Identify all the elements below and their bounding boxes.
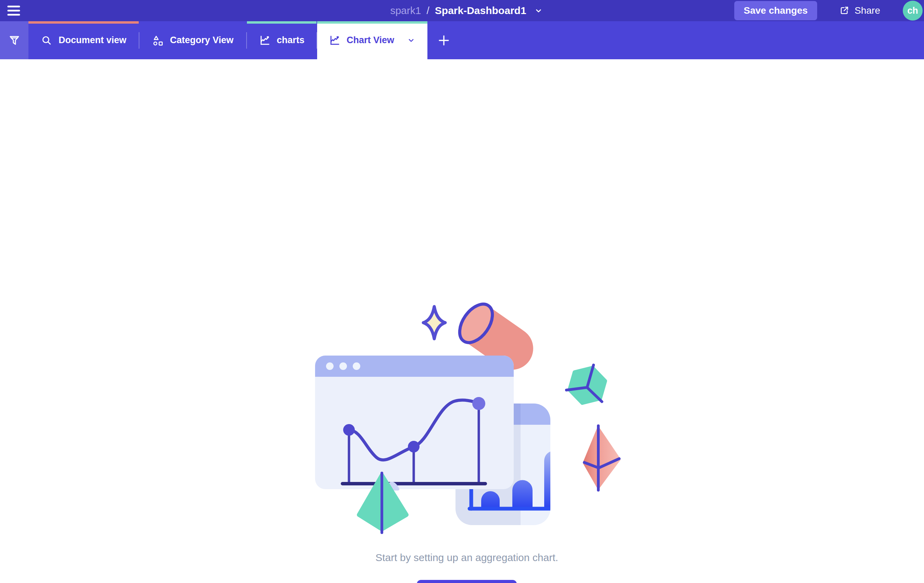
- shapes-icon: [152, 35, 164, 46]
- tab-accent-teal: [317, 21, 427, 24]
- search-icon: [41, 35, 53, 46]
- share-label: Share: [855, 5, 880, 16]
- share-button[interactable]: Share: [839, 5, 880, 16]
- tab-document-view[interactable]: Document view: [28, 21, 139, 59]
- top-bar: spark1 / Spark-Dashboard1 Save changes S…: [0, 0, 924, 21]
- breadcrumb-separator: /: [426, 5, 429, 17]
- cube-shape: [564, 360, 611, 408]
- breadcrumb-root[interactable]: spark1: [390, 5, 421, 17]
- tab-label: charts: [277, 35, 304, 46]
- filter-icon: [8, 34, 21, 46]
- charts-empty-state-illustration: [308, 292, 651, 539]
- tab-accent: [139, 21, 246, 24]
- tab-accent-red: [28, 21, 139, 24]
- view-tab-bar: Document view Category View charts Chart…: [0, 21, 924, 59]
- avatar-initials: ch: [907, 5, 918, 16]
- tab-charts[interactable]: charts: [247, 21, 317, 59]
- empty-state-caption: Start by setting up an aggregation chart…: [10, 552, 924, 563]
- hamburger-icon: [7, 4, 21, 18]
- tab-options-toggle[interactable]: [406, 36, 416, 45]
- octahedron-shape: [584, 426, 619, 490]
- line-chart-icon: [329, 35, 340, 46]
- dashboard-menu-toggle[interactable]: [534, 6, 543, 15]
- save-changes-button[interactable]: Save changes: [734, 1, 817, 20]
- cta-row: Add a chart: [10, 580, 924, 583]
- tab-chart-view-active[interactable]: Chart View: [317, 21, 427, 59]
- add-chart-button[interactable]: Add a chart: [417, 580, 517, 583]
- chevron-down-icon: [406, 36, 416, 45]
- tab-label: Chart View: [346, 35, 394, 46]
- chevron-down-icon: [534, 6, 543, 15]
- avatar[interactable]: ch: [903, 1, 922, 21]
- add-view-button[interactable]: [427, 21, 460, 59]
- tab-category-view[interactable]: Category View: [139, 21, 246, 59]
- chart-view-empty-state: Start by setting up an aggregation chart…: [0, 59, 924, 583]
- topbar-actions: Save changes Share ch: [734, 0, 924, 21]
- plus-icon: [437, 33, 451, 48]
- hamburger-menu-button[interactable]: [6, 3, 21, 18]
- tab-label: Category View: [170, 35, 234, 46]
- tab-accent-teal: [247, 21, 317, 24]
- line-chart-icon: [259, 35, 271, 46]
- line-chart-window: [315, 355, 514, 489]
- external-link-icon: [839, 5, 849, 16]
- page-title: Spark-Dashboard1: [435, 5, 526, 17]
- breadcrumb: spark1 / Spark-Dashboard1: [390, 5, 543, 17]
- tab-label: Document view: [59, 35, 126, 46]
- sparkle-shape: [423, 307, 445, 339]
- filter-button[interactable]: [0, 21, 28, 59]
